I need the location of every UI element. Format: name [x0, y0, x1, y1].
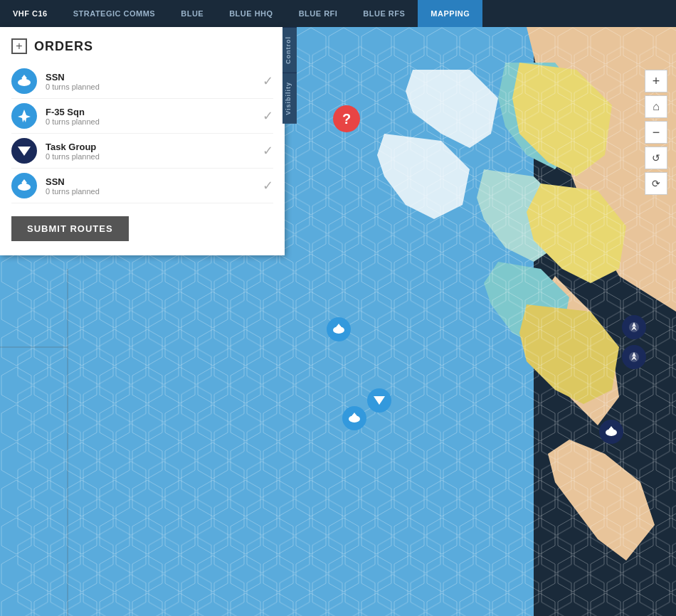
map-side-tabs: Control Visibility: [282, 27, 297, 616]
order-item-ssn-1[interactable]: SSN 0 turns planned ✓: [11, 64, 273, 99]
top-navigation: VHF C16 STRATEGIC COMMS BLUE BLUE HHQ BL…: [0, 0, 676, 27]
sub-icon-1: [332, 322, 346, 336]
taskgroup-svg: [16, 143, 32, 159]
order-sub-f35: 0 turns planned: [46, 117, 263, 126]
svg-marker-27: [609, 426, 613, 429]
orders-title: ORDERS: [34, 39, 93, 54]
blue-sub-unit-2[interactable]: [342, 406, 366, 430]
dark-missile-unit-1[interactable]: [622, 315, 646, 339]
order-check-f35: ✓: [263, 108, 273, 124]
dark-missile-unit-2[interactable]: [622, 345, 646, 369]
refresh-button[interactable]: ⟳: [645, 172, 667, 195]
plane-svg: [16, 108, 32, 124]
add-order-button[interactable]: +: [11, 38, 27, 54]
blue-sub-unit-1[interactable]: [327, 317, 351, 341]
order-check-taskgroup: ✓: [263, 143, 273, 159]
order-item-ssn-2[interactable]: SSN 0 turns planned ✓: [11, 169, 273, 203]
order-check-ssn-2: ✓: [263, 178, 273, 193]
order-info-taskgroup: Task Group 0 turns planned: [46, 142, 263, 161]
tab-blue-rfi[interactable]: BLUE RFI: [286, 0, 351, 27]
order-name-ssn-2: SSN: [46, 176, 263, 187]
svg-marker-24: [374, 396, 385, 405]
missile-icon-1: [627, 320, 641, 334]
svg-marker-38: [18, 147, 31, 156]
sub-icon-2: [347, 411, 361, 425]
sub-svg-1: [16, 73, 32, 89]
svg-marker-23: [352, 413, 357, 415]
tab-blue-hhq[interactable]: BLUE HHQ: [216, 0, 285, 27]
blue-taskgroup-unit[interactable]: [367, 388, 391, 413]
control-tab[interactable]: Control: [282, 27, 297, 73]
dark-sub-unit[interactable]: [599, 420, 623, 444]
order-icon-ssn-2: [11, 173, 37, 198]
order-sub-ssn-1: 0 turns planned: [46, 83, 263, 91]
order-name-ssn-1: SSN: [46, 72, 263, 83]
zoom-out-button[interactable]: −: [645, 121, 667, 144]
history-button[interactable]: ↺: [645, 147, 667, 169]
tab-vhfc16[interactable]: VHF C16: [0, 0, 60, 27]
unknown-unit[interactable]: ?: [333, 105, 360, 132]
order-item-taskgroup[interactable]: Task Group 0 turns planned ✓: [11, 134, 273, 169]
order-name-taskgroup: Task Group: [46, 142, 263, 152]
main-area: ?: [0, 27, 676, 616]
svg-marker-36: [21, 75, 27, 78]
sub-svg-2: [16, 178, 32, 193]
order-info-f35: F-35 Sqn 0 turns planned: [46, 107, 263, 126]
triangle-icon: [372, 393, 386, 408]
orders-panel: + ORDERS SSN 0 turns planned ✓: [0, 27, 285, 255]
orders-header: + ORDERS: [11, 38, 273, 54]
svg-marker-20: [337, 324, 341, 326]
svg-marker-41: [21, 179, 27, 183]
tab-strategic-comms[interactable]: STRATEGIC COMMS: [60, 0, 168, 27]
order-check-ssn-1: ✓: [263, 73, 273, 89]
svg-marker-37: [18, 110, 31, 122]
order-icon-taskgroup: [11, 138, 37, 164]
tab-mapping[interactable]: MAPPING: [418, 0, 482, 27]
order-icon-ssn-1: [11, 68, 37, 94]
map-controls: + ⌂ − ↺ ⟳: [645, 70, 667, 195]
tab-blue[interactable]: BLUE: [168, 0, 216, 27]
order-name-f35: F-35 Sqn: [46, 107, 263, 117]
order-item-f35[interactable]: F-35 Sqn 0 turns planned ✓: [11, 99, 273, 134]
dark-sub-icon: [604, 425, 618, 439]
order-info-ssn-1: SSN 0 turns planned: [46, 72, 263, 91]
order-sub-ssn-2: 0 turns planned: [46, 187, 263, 196]
order-info-ssn-2: SSN 0 turns planned: [46, 176, 263, 196]
order-icon-f35: [11, 103, 37, 129]
home-button[interactable]: ⌂: [645, 95, 667, 118]
visibility-tab[interactable]: Visibility: [282, 73, 297, 124]
missile-icon-2: [627, 350, 641, 364]
zoom-in-button[interactable]: +: [645, 70, 667, 92]
submit-routes-button[interactable]: SUBMIT ROUTES: [11, 216, 129, 241]
order-sub-taskgroup: 0 turns planned: [46, 152, 263, 161]
tab-blue-rfs[interactable]: BLUE RFS: [350, 0, 418, 27]
